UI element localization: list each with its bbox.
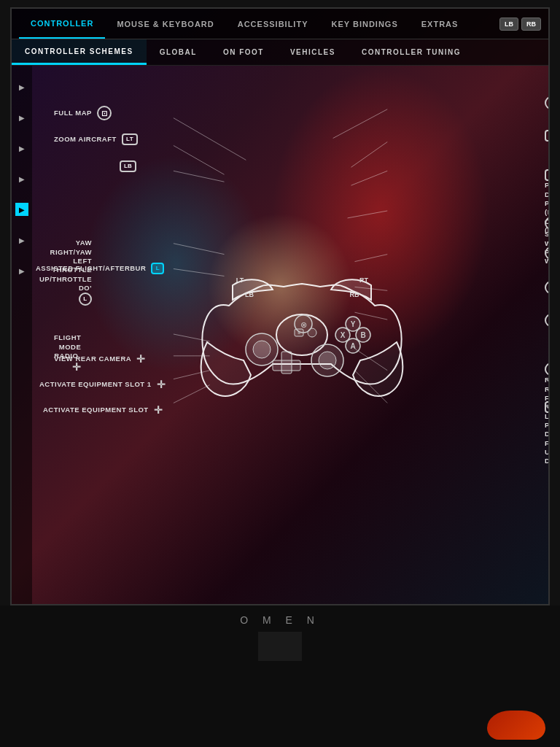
sidebar-arrow-2[interactable]: ▶ <box>15 111 28 124</box>
rb-button[interactable]: RB <box>521 18 541 31</box>
svg-line-10 <box>351 142 388 167</box>
nav-item-controller[interactable]: CONTROLLER <box>19 9 105 39</box>
nav-item-key-bindings[interactable]: KEY BINDINGS <box>319 9 409 39</box>
svg-line-2 <box>174 171 225 182</box>
svg-text:LT: LT <box>236 276 244 284</box>
sub-nav-controller-schemes[interactable]: CONTROLLER SCHEMES <box>12 39 147 65</box>
svg-text:B: B <box>360 331 365 339</box>
svg-rect-24 <box>273 360 300 371</box>
svg-point-22 <box>319 352 336 369</box>
top-nav: CONTROLLER MOUSE & KEYBOARD ACCESSIBILIT… <box>12 9 548 39</box>
svg-text:RT: RT <box>359 276 368 284</box>
svg-line-12 <box>348 211 388 218</box>
svg-line-0 <box>174 118 246 160</box>
sub-nav-on-foot[interactable]: ON FOOT <box>210 39 277 65</box>
sub-nav-controller-tuning[interactable]: CONTROLLER TUNING <box>349 39 474 65</box>
sidebar-arrow-4[interactable]: ▶ <box>15 172 28 185</box>
screen: CONTROLLER MOUSE & KEYBOARD ACCESSIBILIT… <box>10 7 550 605</box>
nav-item-mouse-keyboard[interactable]: MOUSE & KEYBOARD <box>105 9 225 39</box>
svg-text:A: A <box>350 342 355 350</box>
label-lb: LB <box>120 159 136 172</box>
lb-rb-buttons: LB RB <box>499 18 541 31</box>
lb-button[interactable]: LB <box>499 18 518 31</box>
svg-line-1 <box>174 145 225 174</box>
monitor-outer: CONTROLLER MOUSE & KEYBOARD ACCESSIBILIT… <box>0 0 560 747</box>
nav-item-accessibility[interactable]: ACCESSIBILITY <box>226 9 320 39</box>
svg-line-11 <box>351 171 388 185</box>
sidebar: ▶ ▶ ▶ ▶ ▶ ▶ ▶ <box>12 66 32 604</box>
controller-diagram: Y B X A ≡ ⊗ <box>185 247 419 422</box>
sidebar-arrow-7[interactable]: ▶ <box>15 264 28 277</box>
sidebar-arrow-6[interactable]: ▶ <box>15 233 28 247</box>
monitor-stand <box>258 632 302 661</box>
svg-text:X: X <box>341 331 346 339</box>
monitor-bottom: O M E N <box>0 605 560 747</box>
sidebar-arrow-1[interactable]: ▶ <box>15 80 28 93</box>
svg-text:RB: RB <box>350 291 359 298</box>
svg-text:LB: LB <box>245 291 254 298</box>
svg-text:⊗: ⊗ <box>300 320 307 329</box>
sub-nav-vehicles[interactable]: VEHICLES <box>277 39 349 65</box>
svg-text:Y: Y <box>351 320 356 328</box>
toy-car-decoration <box>487 711 545 740</box>
svg-line-9 <box>333 109 388 139</box>
sidebar-arrow-5-active[interactable]: ▶ <box>15 203 28 216</box>
sub-nav-global[interactable]: GLOBAL <box>147 39 210 65</box>
main-content: Y B X A ≡ ⊗ <box>32 66 548 604</box>
nav-item-extras[interactable]: EXTRAS <box>410 9 470 39</box>
sidebar-arrow-3[interactable]: ▶ <box>15 142 28 155</box>
monitor-brand: O M E N <box>240 614 320 626</box>
svg-point-20 <box>253 341 271 358</box>
sub-nav: CONTROLLER SCHEMES GLOBAL ON FOOT VEHICL… <box>12 39 548 66</box>
